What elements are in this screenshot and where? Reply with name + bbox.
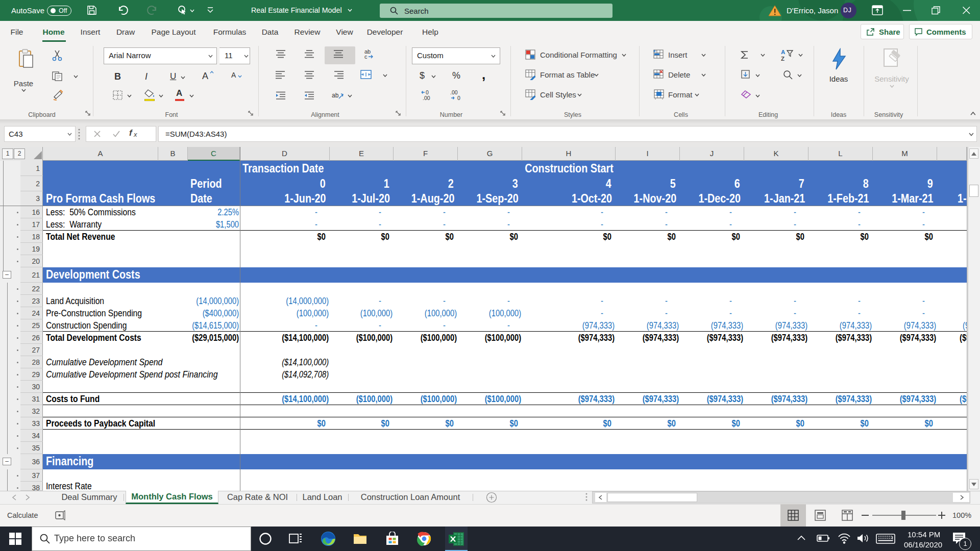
svg-text:0: 0 [457, 95, 460, 101]
svg-text:.00: .00 [450, 90, 458, 95]
svg-text:c: c [364, 54, 368, 59]
svg-text:ab: ab [332, 92, 339, 99]
svg-text:Z: Z [781, 56, 785, 61]
svg-text:A: A [781, 49, 785, 55]
svg-text:.00: .00 [423, 95, 430, 101]
